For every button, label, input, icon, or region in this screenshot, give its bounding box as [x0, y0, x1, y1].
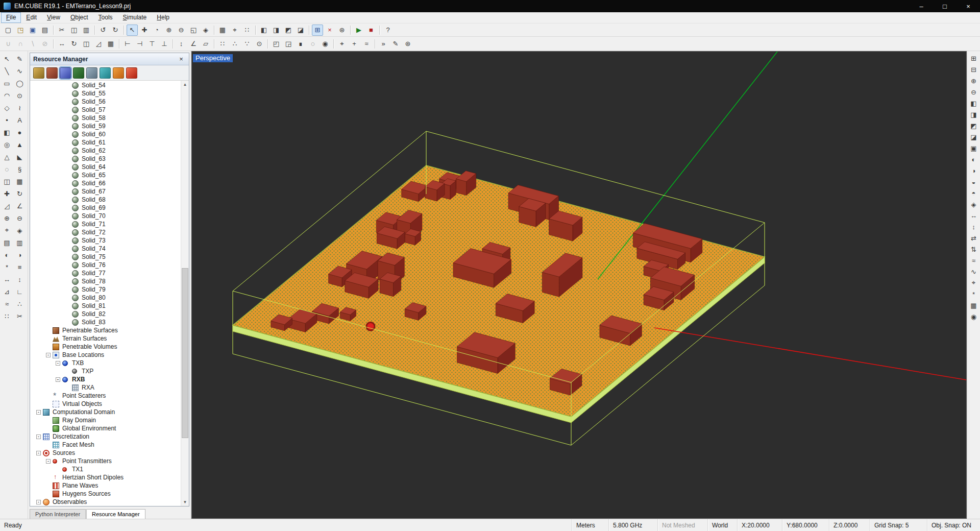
- tree-item-solid-61[interactable]: Solid_61: [30, 138, 181, 147]
- open-project-icon[interactable]: ◳: [15, 25, 26, 36]
- scale-object-icon[interactable]: ◿: [93, 38, 104, 50]
- panel-close-icon[interactable]: ×: [177, 55, 186, 63]
- tree-item-huygens-sources[interactable]: Huygens Sources: [30, 490, 181, 498]
- zoom-in-alt-icon[interactable]: ⊕: [1, 212, 13, 224]
- tree-item-solid-71[interactable]: Solid_71: [30, 220, 181, 228]
- points-snap-tool-icon[interactable]: ∴: [13, 298, 26, 310]
- tree-item-rxa[interactable]: RXA: [30, 383, 181, 392]
- paste-icon[interactable]: ▥: [81, 25, 92, 36]
- view-box-side-icon[interactable]: ▣: [968, 142, 980, 154]
- tree-item-penetrable-surfaces[interactable]: Penetrable Surfaces: [30, 326, 181, 334]
- tree-item-plane-waves[interactable]: Plane Waves: [30, 481, 181, 490]
- view-right-side-icon[interactable]: ◨: [968, 109, 980, 120]
- lock-object-icon[interactable]: ∎: [295, 38, 306, 50]
- align-bottom-icon[interactable]: ⊥: [159, 38, 170, 50]
- align-right-icon[interactable]: ⊣: [134, 38, 145, 50]
- boolean-split-icon[interactable]: ⊘: [39, 38, 51, 50]
- corner-tool-icon[interactable]: ∟: [13, 285, 26, 298]
- ellipse-tool-icon[interactable]: ⊙: [13, 89, 26, 102]
- zoom-out-icon[interactable]: ⊖: [176, 25, 187, 36]
- module-fdtd-icon[interactable]: [86, 67, 97, 79]
- select-alt-tool-icon[interactable]: ↖: [1, 53, 13, 65]
- mirror-tool-icon[interactable]: ◫: [1, 175, 13, 187]
- tree-item-solid-56[interactable]: Solid_56: [30, 98, 181, 106]
- snap-edge-icon[interactable]: ∵: [241, 38, 253, 50]
- save-project-icon[interactable]: ▣: [27, 25, 38, 36]
- collapse-toggle-icon[interactable]: -: [36, 435, 41, 439]
- stop-simulation-icon[interactable]: ■: [365, 25, 377, 36]
- sketch-tool-icon[interactable]: ✎: [13, 53, 26, 65]
- pan-tool-icon[interactable]: ✚: [139, 25, 150, 36]
- tree-item-solid-80[interactable]: Solid_80: [30, 294, 181, 302]
- viewport[interactable]: Perspective: [191, 51, 967, 519]
- wave-b-side-icon[interactable]: ∿: [968, 266, 980, 277]
- tree-item-penetrable-volumes[interactable]: Penetrable Volumes: [30, 343, 181, 351]
- mirror-object-icon[interactable]: ◫: [81, 38, 92, 50]
- tree-item-discretization[interactable]: -Discretization: [30, 432, 181, 441]
- local-coords-icon[interactable]: ⌖: [336, 38, 348, 50]
- tree-item-solid-78[interactable]: Solid_78: [30, 277, 181, 285]
- tree-item-solid-54[interactable]: Solid_54: [30, 81, 181, 89]
- tree-item-tx1[interactable]: TX1: [30, 465, 181, 473]
- pyramid-tool-icon[interactable]: △: [1, 151, 13, 163]
- copy-icon[interactable]: ◫: [68, 25, 80, 36]
- tree-item-solid-70[interactable]: Solid_70: [30, 212, 181, 220]
- clear-mesh-icon[interactable]: ×: [324, 25, 335, 36]
- snap-center-icon[interactable]: ⊙: [254, 38, 265, 50]
- module-foliage-icon[interactable]: [73, 67, 84, 79]
- collapse-toggle-icon[interactable]: -: [46, 353, 51, 357]
- module-propagation-icon[interactable]: [46, 67, 58, 79]
- tree-item-solid-57[interactable]: Solid_57: [30, 106, 181, 114]
- maximize-button[interactable]: □: [933, 0, 957, 12]
- collapse-toggle-icon[interactable]: -: [56, 377, 60, 382]
- triangle-tool-icon[interactable]: ⊿: [1, 285, 13, 298]
- tree-item-ray-domain[interactable]: Ray Domain: [30, 416, 181, 424]
- mesh-side-icon[interactable]: ▦: [968, 300, 980, 311]
- tree-item-txp[interactable]: TXP: [30, 367, 181, 375]
- tree-item-point-scatterers[interactable]: Point Scatterers: [30, 392, 181, 400]
- scene-svg[interactable]: [192, 52, 966, 518]
- shade-l-side-icon[interactable]: ◐: [968, 154, 980, 165]
- tree-item-solid-65[interactable]: Solid_65: [30, 171, 181, 179]
- run-simulation-icon[interactable]: ▶: [353, 25, 364, 36]
- boolean-subtract-icon[interactable]: ∖: [27, 38, 38, 50]
- view-front-icon[interactable]: ◨: [271, 25, 282, 36]
- hatch-a-tool-icon[interactable]: ▤: [1, 236, 13, 249]
- module-cubecad-icon[interactable]: [33, 67, 44, 79]
- tree-item-solid-79[interactable]: Solid_79: [30, 285, 181, 294]
- collapse-toggle-icon[interactable]: -: [36, 500, 41, 504]
- tree-item-base-locations[interactable]: -Base Locations: [30, 351, 181, 359]
- collapse-toggle-icon[interactable]: -: [36, 451, 41, 455]
- new-project-icon[interactable]: ▢: [3, 25, 14, 36]
- shade-left-tool-icon[interactable]: ◐: [1, 249, 13, 261]
- rect-tool-icon[interactable]: ▭: [1, 77, 13, 89]
- collapse-toggle-icon[interactable]: -: [36, 410, 41, 415]
- axes-toggle-icon[interactable]: ⌖: [229, 25, 240, 36]
- tree-item-solid-68[interactable]: Solid_68: [30, 196, 181, 204]
- tree-item-solid-63[interactable]: Solid_63: [30, 155, 181, 163]
- hide-object-icon[interactable]: ◌: [307, 38, 318, 50]
- grid-toggle-icon[interactable]: ▦: [217, 25, 228, 36]
- tree-item-computational-domain[interactable]: -Computational Domain: [30, 408, 181, 416]
- tree-item-sources[interactable]: -Sources: [30, 449, 181, 457]
- view-iso-icon[interactable]: ◪: [295, 25, 306, 36]
- tree-item-solid-82[interactable]: Solid_82: [30, 310, 181, 318]
- mesh-view-icon[interactable]: ⊞: [312, 25, 323, 36]
- snap-vertex-icon[interactable]: ∴: [229, 38, 240, 50]
- tree-scrollbar[interactable]: ▲ ▼: [181, 81, 189, 506]
- select-tool-icon[interactable]: ↖: [127, 25, 138, 36]
- tree-item-virtual-objects[interactable]: Virtual Objects: [30, 400, 181, 408]
- tree-item-facet-mesh[interactable]: Facet Mesh: [30, 441, 181, 449]
- helix-tool-icon[interactable]: §: [13, 163, 26, 175]
- world-coords-icon[interactable]: +: [349, 38, 360, 50]
- move-tool-icon[interactable]: ✚: [1, 187, 13, 200]
- point-tool-icon[interactable]: •: [1, 114, 13, 126]
- trim-tool-icon[interactable]: ✂: [13, 310, 26, 322]
- curve-tool-icon[interactable]: ∿: [13, 65, 26, 77]
- menu-help[interactable]: Help: [152, 12, 175, 23]
- tree-item-point-transmitters[interactable]: -Point Transmitters: [30, 457, 181, 465]
- module-po-icon[interactable]: [113, 67, 124, 79]
- measure-distance-icon[interactable]: ↕: [176, 38, 187, 50]
- tab-resource-manager[interactable]: Resource Manager: [86, 509, 145, 519]
- array-tool-icon[interactable]: ▦: [13, 175, 26, 187]
